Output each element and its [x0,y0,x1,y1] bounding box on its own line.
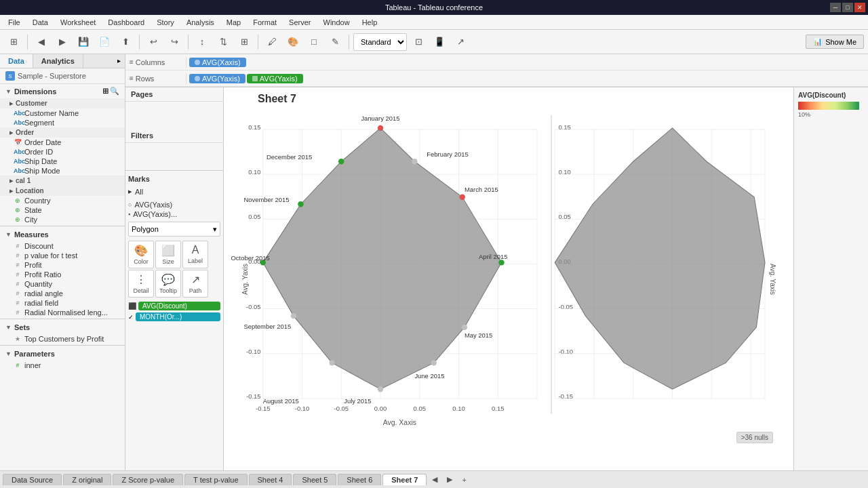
field-radial-field[interactable]: # radial field [0,298,125,308]
menu-map[interactable]: Map [221,17,246,28]
data-source-label[interactable]: Sample - Superstore [18,72,86,80]
marks-avg-discount-pill[interactable]: AVG(Discount) [138,302,220,310]
menu-analysis[interactable]: Analysis [181,17,220,28]
location-group-header[interactable]: ▸ Location [0,186,125,196]
toolbar-sort-desc-button[interactable]: ⇅ [214,33,233,52]
show-me-button[interactable]: 📊 Show Me [806,35,864,49]
tab-sheet7-label: Sheet 7 [391,476,418,484]
label-august: August 2015 [263,397,299,405]
field-ship-date[interactable]: Abc Ship Date [0,157,125,166]
toolbar-tooltip-button[interactable]: ✎ [326,33,344,52]
standard-dropdown[interactable]: Standard [353,33,407,51]
toolbar-undo-button[interactable]: ↩ [144,33,163,52]
tab-analytics[interactable]: Analytics [33,54,83,68]
toolbar-newsheet-button[interactable]: 📄 [95,33,114,52]
tab-z-score[interactable]: Z Score p-value [113,474,183,485]
field-radial-angle[interactable]: # radial angle [0,289,125,298]
search-icon[interactable]: 🔍 [110,87,119,96]
grid-icon[interactable]: ⊞ [102,87,108,96]
menu-format[interactable]: Format [248,17,282,28]
toolbar-share-button[interactable]: ↗ [451,33,470,52]
toolbar-back-button[interactable]: ◀ [32,33,51,52]
tab-sheet6[interactable]: Sheet 6 [338,474,381,485]
abc-icon: Abc [14,110,22,117]
label-may: May 2015 [465,331,492,339]
marks-detail-button[interactable]: ⋮ Detail [128,270,154,298]
tab-t-test[interactable]: T test p-value [184,474,247,485]
order-group-header[interactable]: ▸ Order [0,127,125,138]
toolbar-fit-button[interactable]: ⊡ [409,33,428,52]
toolbar-device-button[interactable]: 📱 [430,33,449,52]
toolbar-format-button[interactable]: □ [304,33,323,52]
field-inner[interactable]: # inner [0,361,125,370]
measures-header[interactable]: ▼ Measures [0,228,125,241]
sets-header[interactable]: ▼ Sets [0,321,125,334]
field-segment[interactable]: Abc Segment [0,118,125,127]
toolbar-color-button[interactable]: 🎨 [283,33,302,52]
tab-data-source[interactable]: Data Source [3,474,62,485]
tab-data[interactable]: Data [0,54,33,68]
field-profit[interactable]: # Profit [0,260,125,270]
tab-z-original[interactable]: Z original [63,474,111,485]
minimize-button[interactable]: ─ [830,3,841,12]
tab-add-button[interactable]: + [458,474,470,485]
marks-path-button[interactable]: ↗ Path [182,270,208,298]
parameters-header[interactable]: ▼ Parameters [0,347,125,361]
toolbar-group-button[interactable]: ⊞ [235,33,254,52]
columns-pill-avg-xaxis[interactable]: AVG(Xaxis) [189,58,246,67]
field-ship-mode[interactable]: Abc Ship Mode [0,166,125,176]
toolbar-sort-asc-button[interactable]: ↕ [193,33,212,52]
field-quantity[interactable]: # Quantity [0,279,125,289]
field-top-customers[interactable]: ★ Top Customers by Profit [0,334,125,344]
svg-text:-0.10: -0.10 [246,348,261,355]
globe-icon: ⊛ [14,207,22,214]
field-state-label: State [24,206,42,214]
panel-tab-arrow[interactable]: ▸ [113,54,125,68]
null-badge[interactable]: >36 nulls [736,432,773,443]
close-button[interactable]: ✕ [854,3,865,12]
field-pvalue[interactable]: # p value for t test [0,251,125,260]
menu-server[interactable]: Server [283,17,316,28]
tab-scroll-right-button[interactable]: ▶ [443,474,456,485]
field-city[interactable]: ⊛ City [0,215,125,224]
marks-type-dropdown[interactable]: Polygon ▾ [128,222,220,237]
marks-tooltip-button[interactable]: 💬 Tooltip [155,270,181,298]
menu-file[interactable]: File [3,17,26,28]
marks-color-button[interactable]: 🎨 Color [128,241,154,268]
rows-pill-avg-yaxis-1[interactable]: AVG(Yaxis) [189,74,245,83]
tab-sheet5[interactable]: Sheet 5 [293,474,336,485]
field-country[interactable]: ⊛ Country [0,196,125,205]
menu-worksheet[interactable]: Worksheet [55,17,101,28]
cal1-group-header[interactable]: ▸ cal 1 [0,176,125,186]
marks-size-button[interactable]: ⬜ Size [155,241,181,268]
menu-data[interactable]: Data [27,17,54,28]
toolbar-publish-button[interactable]: ⬆ [116,33,135,52]
globe-icon: ⊛ [14,197,22,204]
rows-pill-avg-yaxis-2[interactable]: AVG(Yaxis) [247,74,303,83]
toolbar-highlight-button[interactable]: 🖊 [262,33,281,52]
marks-month-pill[interactable]: MONTH(Or...) [136,312,220,321]
toolbar-home-button[interactable]: ⊞ [4,33,23,52]
field-radial-norm[interactable]: # Radial Normalised leng... [0,308,125,317]
field-order-id[interactable]: Abc Order ID [0,147,125,157]
field-customer-name[interactable]: Abc Customer Name [0,108,125,118]
menu-window[interactable]: Window [318,17,355,28]
toolbar-redo-button[interactable]: ↪ [165,33,184,52]
menu-dashboard[interactable]: Dashboard [102,17,150,28]
tab-sheet4[interactable]: Sheet 4 [249,474,292,485]
tab-scroll-left-button[interactable]: ◀ [428,474,441,485]
dimensions-header[interactable]: ▼ Dimensions ⊞ 🔍 [0,84,125,98]
maximize-button[interactable]: □ [842,3,853,12]
field-state[interactable]: ⊛ State [0,205,125,215]
field-order-date[interactable]: 📅 Order Date [0,138,125,147]
menu-story[interactable]: Story [151,17,180,28]
menu-help[interactable]: Help [357,17,383,28]
field-profit-ratio[interactable]: # Profit Ratio [0,270,125,279]
tab-sheet4-label: Sheet 4 [258,476,283,484]
marks-label-button[interactable]: A Label [182,241,208,268]
field-discount[interactable]: # Discount [0,241,125,251]
customer-group-header[interactable]: ▸ Customer [0,98,125,108]
toolbar-forward-button[interactable]: ▶ [53,33,72,52]
toolbar-save-button[interactable]: 💾 [74,33,93,52]
tab-sheet7[interactable]: Sheet 7 [382,474,427,485]
